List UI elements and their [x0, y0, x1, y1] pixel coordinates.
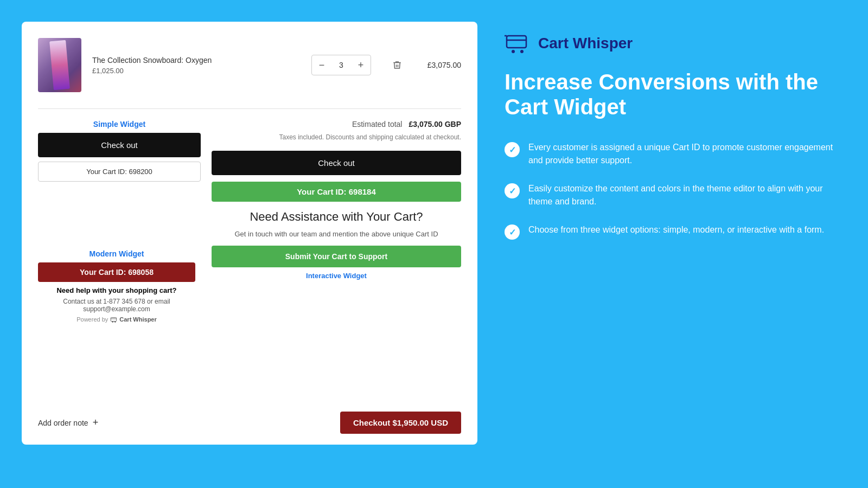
add-order-note[interactable]: Add order note + [38, 417, 98, 428]
need-assistance-heading: Need Assistance with Your Cart? [212, 209, 461, 225]
add-order-note-text: Add order note [38, 419, 88, 427]
svg-point-4 [512, 50, 515, 53]
simple-cart-id: Your Cart ID: 698200 [38, 162, 201, 182]
right-panel: Cart Whisper Increase Conversions with t… [499, 22, 846, 251]
quantity-decrease-button[interactable]: − [312, 55, 331, 75]
powered-by: Powered by Cart Whisper [38, 316, 195, 323]
interactive-cart-id: Your Cart ID: 698184 [212, 182, 461, 202]
checkout-total-button[interactable]: Checkout $1,950.00 USD [340, 412, 461, 434]
product-name: The Collection Snowboard: Oxygen [92, 56, 301, 65]
checkmark-icon-1: ✓ [509, 145, 516, 155]
simple-widget-label: Simple Widget [38, 120, 201, 129]
feature-item-2: ✓ Easily customize the content and color… [505, 182, 841, 208]
checkmark-icon-3: ✓ [509, 227, 516, 237]
delete-icon[interactable] [387, 55, 407, 75]
quantity-value: 3 [331, 61, 351, 69]
contact-text: Contact us at 1-877 345 678 or email sup… [38, 298, 195, 313]
checkmark-2: ✓ [505, 183, 520, 198]
checkmark-1: ✓ [505, 142, 520, 157]
modern-widget: Modern Widget Your Cart ID: 698058 Need … [38, 249, 195, 323]
feature-text-1: Every customer is assigned a unique Cart… [528, 141, 841, 167]
product-info: The Collection Snowboard: Oxygen £1,025.… [92, 56, 301, 75]
svg-point-1 [112, 322, 113, 323]
modern-widget-label: Modern Widget [38, 249, 195, 258]
feature-text-2: Easily customize the content and colors … [528, 182, 841, 208]
simple-checkout-button[interactable]: Check out [38, 133, 201, 157]
checkmark-icon-2: ✓ [509, 186, 516, 196]
product-image [38, 38, 81, 92]
svg-point-2 [114, 322, 116, 323]
product-image-inner [49, 40, 70, 90]
brand-name: Cart Whisper [538, 35, 633, 52]
interactive-widget-label: Interactive Widget [212, 272, 461, 280]
estimated-label: Estimated total [352, 120, 403, 129]
quantity-control: − 3 + [311, 55, 371, 75]
interactive-checkout-button[interactable]: Check out [212, 151, 461, 175]
checkmark-3: ✓ [505, 224, 520, 240]
main-container: The Collection Snowboard: Oxygen £1,025.… [22, 22, 846, 466]
quantity-increase-button[interactable]: + [351, 55, 371, 75]
svg-point-5 [520, 50, 524, 53]
right-section: Estimated total £3,075.00 GBP Taxes incl… [212, 120, 461, 280]
product-price-unit: £1,025.00 [92, 67, 301, 75]
modern-cart-id: Your Cart ID: 698058 [38, 262, 195, 282]
product-row: The Collection Snowboard: Oxygen £1,025.… [38, 38, 461, 109]
feature-list: ✓ Every customer is assigned a unique Ca… [505, 141, 841, 240]
submit-cart-button[interactable]: Submit Your Cart to Support [212, 246, 461, 267]
brand-header: Cart Whisper [505, 33, 841, 54]
tax-note: Taxes included. Discounts and shipping c… [212, 133, 461, 142]
svg-rect-3 [507, 36, 526, 48]
headline: Increase Conversions with the Cart Widge… [505, 69, 841, 119]
need-help-text: Need help with your shopping cart? [38, 286, 195, 294]
feature-text-3: Choose from three widget options: simple… [528, 223, 824, 236]
get-in-touch-text: Get in touch with our team and mention t… [212, 230, 461, 238]
cart-whisper-small-logo: Cart Whisper [110, 316, 156, 323]
estimated-value: £3,075.00 GBP [409, 120, 461, 129]
add-order-plus-icon: + [93, 417, 99, 428]
svg-rect-0 [111, 318, 117, 322]
feature-item-3: ✓ Choose from three widget options: simp… [505, 223, 841, 240]
left-panel: The Collection Snowboard: Oxygen £1,025.… [22, 22, 477, 445]
line-total: £3,075.00 [418, 61, 461, 69]
cart-icon-logo [505, 33, 532, 54]
bottom-row: Add order note + Checkout $1,950.00 USD [38, 412, 461, 434]
estimated-total-row: Estimated total £3,075.00 GBP [212, 120, 461, 129]
feature-item-1: ✓ Every customer is assigned a unique Ca… [505, 141, 841, 167]
